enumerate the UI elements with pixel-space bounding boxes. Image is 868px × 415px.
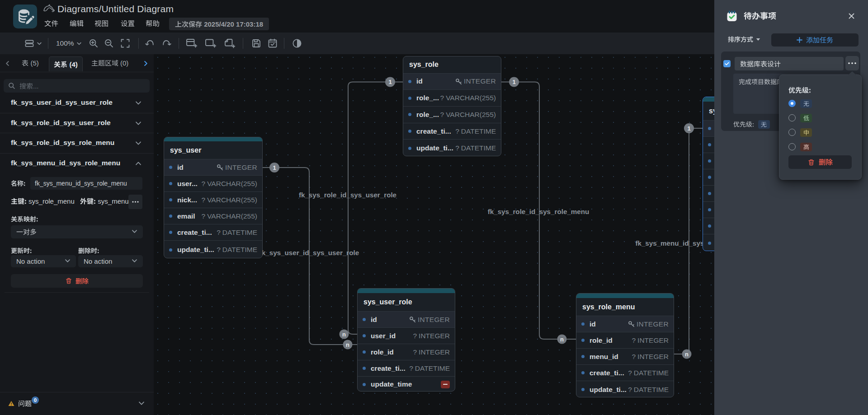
svg-text:n: n bbox=[560, 336, 564, 343]
svg-text:fk_sys_role_id_sys_user_role: fk_sys_role_id_sys_user_role bbox=[299, 191, 396, 199]
svg-text:fk_sys_user_id_sys_user_role: fk_sys_user_id_sys_user_role bbox=[259, 249, 359, 256]
svg-text:1: 1 bbox=[388, 79, 392, 85]
svg-text:n: n bbox=[342, 331, 346, 338]
svg-text:n: n bbox=[346, 341, 349, 348]
svg-text:1: 1 bbox=[687, 125, 690, 132]
svg-text:fk_sys_role_id_sys_role_menu: fk_sys_role_id_sys_role_menu bbox=[488, 208, 590, 215]
svg-text:n: n bbox=[685, 351, 689, 358]
svg-text:1: 1 bbox=[273, 164, 276, 171]
svg-text:1: 1 bbox=[512, 79, 515, 85]
